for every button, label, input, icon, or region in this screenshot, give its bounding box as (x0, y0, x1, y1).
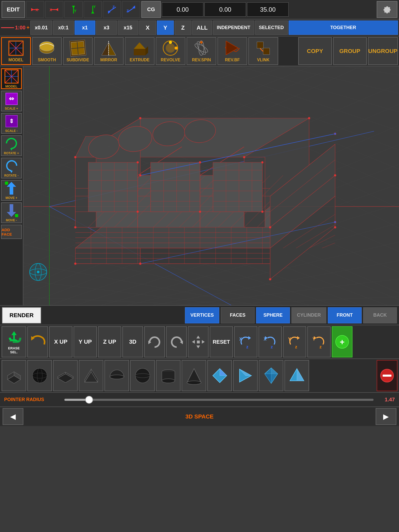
render-button[interactable]: RENDER (2, 307, 41, 323)
svg-point-38 (169, 41, 172, 44)
undo-arrow-btn[interactable] (27, 326, 48, 357)
move-arrows-btn[interactable] (188, 326, 209, 357)
rotate-plus-btn[interactable]: ROTATE + (1, 135, 22, 156)
mult-3-btn[interactable]: x3 (96, 21, 117, 35)
rotate-yz-neg-btn[interactable]: Y z (307, 326, 331, 357)
top-bar: EDIT X X Y Y (0, 0, 399, 19)
redo-btn[interactable] (166, 326, 187, 357)
reset-btn[interactable]: RESET (210, 326, 233, 357)
independent-mode-btn[interactable]: INDEPENDENT (213, 21, 254, 35)
half-sphere-btn[interactable] (104, 360, 129, 391)
move-plus-btn[interactable]: MOVE + (1, 180, 22, 201)
svg-point-262 (135, 368, 150, 383)
model-tool-btn[interactable]: MODEL (1, 37, 31, 65)
mult-1-btn[interactable]: x1 (75, 21, 95, 35)
cg-button[interactable]: CG (141, 1, 161, 18)
svg-point-216 (139, 117, 141, 119)
add-face-btn[interactable]: ADD FACE (1, 225, 22, 239)
sphere-dark-btn[interactable] (27, 360, 52, 391)
x-up-btn[interactable]: X UP (49, 326, 72, 357)
sphere-view-btn[interactable]: SPHERE (256, 307, 290, 323)
axis-z-neg-button[interactable]: Z (103, 1, 121, 18)
cylinder-btn[interactable] (156, 360, 181, 391)
x-coord-input[interactable] (162, 2, 203, 17)
settings-button[interactable] (377, 1, 397, 18)
wedge-btn[interactable] (79, 360, 103, 391)
model-active-btn[interactable]: MODEL (1, 68, 22, 89)
add-btn[interactable]: + (332, 326, 353, 357)
pointer-value: 1.47 (377, 397, 395, 403)
back-view-btn[interactable]: BACK (363, 307, 397, 323)
nav-right-btn[interactable]: ▶ (376, 408, 396, 425)
mult-0.1-btn[interactable]: x0:1 (53, 21, 74, 35)
3d-btn[interactable]: 3D (122, 326, 143, 357)
mult-15-btn[interactable]: x15 (118, 21, 138, 35)
undo-btn[interactable] (144, 326, 165, 357)
vlink-tool-btn[interactable]: VLINK (248, 37, 278, 65)
nav-center-label: 3D SPACE (23, 413, 376, 420)
svg-line-47 (260, 48, 263, 51)
nav-left-btn[interactable]: ◀ (3, 408, 23, 425)
axis-z-pos-button[interactable]: Z (122, 1, 140, 18)
z-coord-input[interactable] (247, 2, 289, 17)
cone-btn[interactable] (182, 360, 206, 391)
recycle-btn[interactable]: ERASESEL. (2, 326, 26, 357)
smooth-tool-btn[interactable]: SMOOTH (32, 37, 62, 65)
svg-marker-232 (192, 340, 195, 344)
cylinder-view-btn[interactable]: CYLINDER (291, 307, 326, 323)
z-up-label: Z UP (103, 338, 116, 345)
rotate-yz-btn[interactable]: Y z (283, 326, 306, 357)
blue-triangle-btn[interactable] (207, 360, 232, 391)
vertices-view-btn[interactable]: VERTICES (185, 307, 219, 323)
copy-button[interactable]: COPY (298, 37, 332, 65)
ungroup-button[interactable]: UNGROUP (368, 37, 398, 65)
pointer-slider-thumb[interactable] (85, 396, 93, 404)
scale-minus-btn[interactable]: ⇕ SCALE - (1, 113, 22, 134)
blue-diamond-btn[interactable] (259, 360, 283, 391)
svg-point-214 (261, 211, 263, 213)
extrude-tool-btn[interactable]: EXTRUDE (125, 37, 155, 65)
svg-marker-115 (140, 248, 270, 264)
axis-y-pos-button[interactable]: Y (84, 1, 102, 18)
y-up-btn[interactable]: Y UP (74, 326, 97, 357)
mult-0.01-btn[interactable]: x0.01 (30, 21, 52, 35)
axis-z-toggle[interactable]: Z (175, 21, 191, 35)
flat-thin-btn[interactable] (53, 360, 78, 391)
scale-plus-btn[interactable]: ⇔ SCALE + (1, 91, 22, 111)
axis-y-toggle[interactable]: Y (157, 21, 174, 35)
faces-view-btn[interactable]: FACES (221, 307, 255, 323)
group-button[interactable]: GROUP (333, 37, 367, 65)
blue-arrow-btn[interactable] (233, 360, 258, 391)
axis-all-toggle[interactable]: ALL (192, 21, 212, 35)
svg-text:⇕: ⇕ (9, 118, 14, 124)
axis-x-toggle[interactable]: X (139, 21, 156, 35)
front-view-btn[interactable]: FRONT (328, 307, 362, 323)
pointer-slider-track[interactable] (64, 399, 374, 401)
mirror-tool-btn[interactable]: MIRROR (94, 37, 124, 65)
rotate-xz-neg-btn[interactable]: X z (258, 326, 282, 357)
axis-x-neg-button[interactable]: X (26, 1, 44, 18)
svg-point-210 (137, 211, 139, 213)
sphere-medium-btn[interactable] (130, 360, 155, 391)
revolve-tool-btn[interactable]: REVOLVE (156, 37, 185, 65)
subdivide-tool-btn[interactable]: SUBDIVIDE (63, 37, 93, 65)
z-up-btn[interactable]: Z UP (98, 326, 121, 357)
viewport[interactable] (23, 66, 399, 305)
move-minus-btn[interactable]: MOVE - (1, 202, 22, 223)
svg-rect-63 (10, 204, 13, 212)
y-coord-input[interactable] (204, 2, 246, 17)
rev-spin-tool-btn[interactable]: REV.SPIN (187, 37, 216, 65)
rotate-minus-btn[interactable]: ROTATE - (1, 158, 22, 178)
axis-y-neg-button[interactable]: Y (64, 1, 83, 18)
navigation-sphere[interactable] (29, 262, 48, 282)
blue-pyramid-btn[interactable] (284, 360, 309, 391)
rev-bf-tool-btn[interactable]: REV.BF (217, 37, 247, 65)
rotate-xz-btn[interactable]: X z (234, 326, 257, 357)
selected-mode-btn[interactable]: SELECTED (255, 21, 288, 35)
edit-button[interactable]: EDIT (2, 1, 25, 18)
flat-quad-btn[interactable] (2, 360, 26, 391)
axis-x-pos-button[interactable]: X (45, 1, 63, 18)
together-mode-btn[interactable]: TOGETHER (289, 21, 398, 35)
svg-text:z: z (295, 345, 297, 349)
subtract-btn[interactable] (377, 360, 397, 391)
